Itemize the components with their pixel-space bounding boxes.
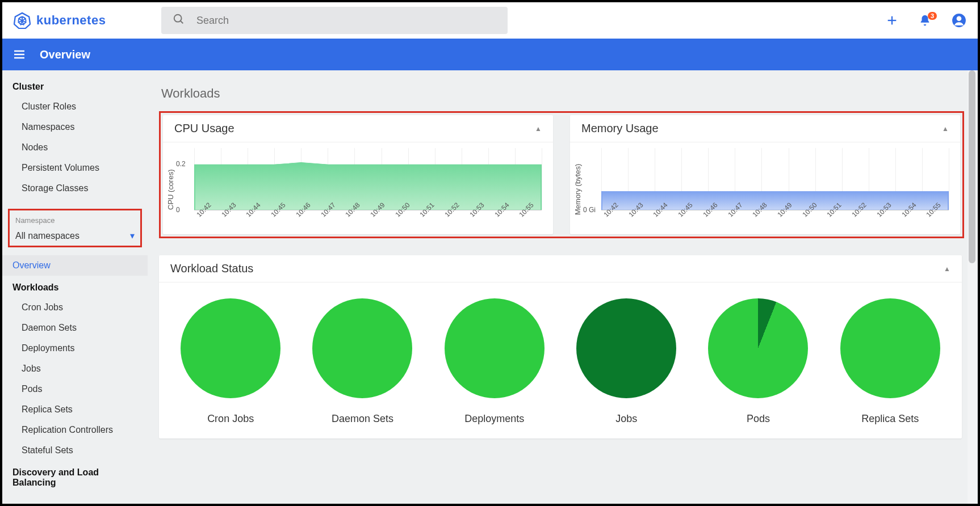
workload-status-title: Workload Status bbox=[170, 262, 253, 275]
workload-pie-jobs[interactable]: Jobs bbox=[576, 298, 676, 425]
cpu-usage-card: CPU Usage ▲ CPU (cores) 0.2 0 10:4210:43… bbox=[163, 115, 553, 234]
sidebar-item-pods[interactable]: Pods bbox=[2, 379, 148, 399]
collapse-icon[interactable]: ▲ bbox=[535, 125, 542, 133]
workload-pie-replica-sets[interactable]: Replica Sets bbox=[840, 298, 940, 425]
sidebar: Cluster Cluster Roles Namespaces Nodes P… bbox=[2, 70, 148, 504]
sidebar-item-cluster-roles[interactable]: Cluster Roles bbox=[2, 96, 148, 117]
sidebar-item-nodes[interactable]: Nodes bbox=[2, 137, 148, 158]
pie-label: Pods bbox=[747, 413, 770, 425]
workloads-heading: Workloads bbox=[161, 86, 964, 101]
create-button[interactable] bbox=[886, 14, 898, 27]
cpu-y-axis-label: CPU (cores) bbox=[166, 148, 175, 231]
logo[interactable]: kubernetes bbox=[14, 12, 161, 29]
account-button[interactable] bbox=[952, 13, 966, 28]
cpu-y-base: 0 bbox=[176, 206, 180, 214]
pie-label: Replica Sets bbox=[861, 413, 919, 425]
svg-point-9 bbox=[174, 15, 182, 22]
sidebar-item-stateful-sets[interactable]: Stateful Sets bbox=[2, 440, 148, 461]
namespace-selector[interactable]: Namespace All namespaces ▾ bbox=[8, 209, 142, 247]
memory-y-axis-label: Memory (bytes) bbox=[573, 148, 582, 231]
namespace-dropdown[interactable]: All namespaces ▾ bbox=[15, 230, 135, 241]
pie-label: Jobs bbox=[615, 413, 637, 425]
sidebar-item-persistent-volumes[interactable]: Persistent Volumes bbox=[2, 158, 148, 178]
workload-status-body: Cron JobsDaemon SetsDeploymentsJobsPodsR… bbox=[159, 282, 962, 438]
sub-header: Overview bbox=[2, 39, 978, 70]
memory-x-ticks: 10:4210:4310:4410:4510:4610:4710:4810:49… bbox=[601, 214, 949, 231]
search-input[interactable] bbox=[196, 15, 496, 27]
namespace-value: All namespaces bbox=[15, 231, 79, 241]
notifications-button[interactable]: 3 bbox=[919, 14, 931, 27]
sidebar-group-discovery[interactable]: Discovery and Load Balancing bbox=[2, 461, 148, 492]
kubernetes-logo-icon bbox=[14, 12, 31, 29]
usage-charts-row: CPU Usage ▲ CPU (cores) 0.2 0 10:4210:43… bbox=[159, 111, 964, 238]
svg-point-14 bbox=[957, 16, 962, 21]
workload-pie-deployments[interactable]: Deployments bbox=[445, 298, 545, 425]
svg-line-10 bbox=[181, 21, 183, 24]
cpu-y-tick: 0.2 bbox=[176, 160, 186, 168]
sidebar-item-daemon-sets[interactable]: Daemon Sets bbox=[2, 318, 148, 338]
sidebar-item-namespaces[interactable]: Namespaces bbox=[2, 117, 148, 137]
notification-badge: 3 bbox=[928, 12, 937, 20]
pie-label: Cron Jobs bbox=[207, 413, 254, 425]
pie-chart bbox=[445, 298, 545, 398]
sidebar-group-workloads[interactable]: Workloads bbox=[2, 276, 148, 297]
hamburger-menu-icon[interactable] bbox=[12, 48, 26, 61]
pie-chart bbox=[840, 298, 940, 398]
scrollbar-thumb[interactable] bbox=[969, 70, 975, 263]
main-content: Workloads CPU Usage ▲ CPU (cores) 0.2 0 bbox=[148, 70, 978, 504]
pie-chart bbox=[576, 298, 676, 398]
sidebar-item-overview[interactable]: Overview bbox=[2, 255, 148, 276]
brand-text: kubernetes bbox=[36, 13, 106, 28]
collapse-icon[interactable]: ▲ bbox=[942, 125, 949, 133]
sidebar-item-replication-controllers[interactable]: Replication Controllers bbox=[2, 420, 148, 440]
pie-chart bbox=[312, 298, 412, 398]
sidebar-item-cron-jobs[interactable]: Cron Jobs bbox=[2, 297, 148, 318]
sidebar-item-replica-sets[interactable]: Replica Sets bbox=[2, 399, 148, 420]
pie-label: Daemon Sets bbox=[332, 413, 393, 425]
cpu-card-title: CPU Usage bbox=[174, 122, 234, 135]
sidebar-item-jobs[interactable]: Jobs bbox=[2, 359, 148, 379]
pie-chart bbox=[181, 298, 280, 398]
memory-card-title: Memory Usage bbox=[581, 122, 659, 135]
pie-label: Deployments bbox=[464, 413, 524, 425]
sidebar-item-storage-classes[interactable]: Storage Classes bbox=[2, 178, 148, 199]
memory-usage-card: Memory Usage ▲ Memory (bytes) 0 Gi 10:42… bbox=[570, 115, 960, 234]
pie-chart bbox=[708, 298, 808, 398]
caret-down-icon: ▾ bbox=[130, 230, 135, 241]
page-title: Overview bbox=[40, 48, 90, 61]
workload-pie-daemon-sets[interactable]: Daemon Sets bbox=[312, 298, 412, 425]
top-bar: kubernetes 3 bbox=[2, 2, 978, 39]
cpu-x-ticks: 10:4210:4310:4410:4510:4610:4710:4810:49… bbox=[194, 214, 542, 231]
workload-status-card: Workload Status ▲ Cron JobsDaemon SetsDe… bbox=[159, 255, 962, 438]
sidebar-group-cluster[interactable]: Cluster bbox=[2, 75, 148, 96]
search-icon bbox=[173, 13, 185, 28]
namespace-label: Namespace bbox=[15, 216, 135, 225]
workload-pie-cron-jobs[interactable]: Cron Jobs bbox=[181, 298, 280, 425]
search-box[interactable] bbox=[161, 7, 508, 34]
collapse-icon[interactable]: ▲ bbox=[944, 265, 950, 273]
top-actions: 3 bbox=[886, 13, 966, 28]
vertical-scrollbar[interactable] bbox=[968, 70, 977, 504]
memory-y-base: 0 Gi bbox=[583, 206, 596, 214]
sidebar-item-deployments[interactable]: Deployments bbox=[2, 338, 148, 359]
workload-pie-pods[interactable]: Pods bbox=[708, 298, 808, 425]
